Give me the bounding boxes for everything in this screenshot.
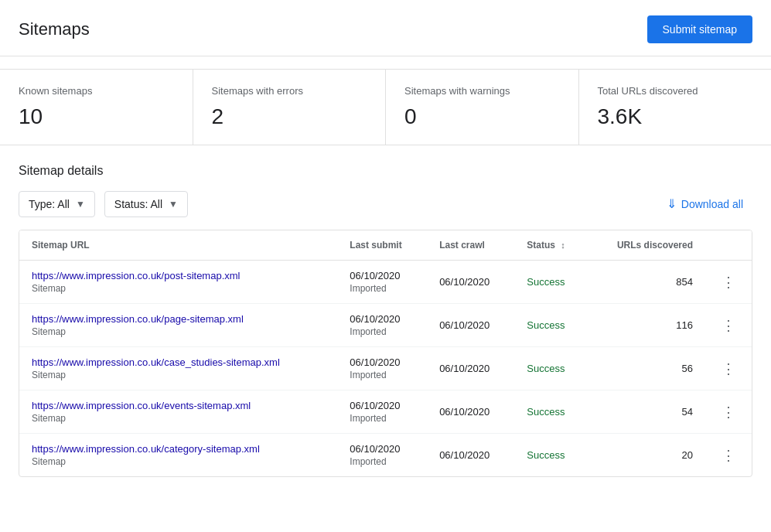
filters-row: Type: All ▼ Status: All ▼ ⇓ Download all: [0, 190, 771, 230]
table-row: https://www.impression.co.uk/case_studie…: [19, 347, 752, 390]
type-filter-label: Type: All: [29, 198, 70, 210]
urls-discovered-cell: 54: [588, 390, 705, 434]
status-filter-label: Status: All: [114, 198, 162, 210]
more-options-cell[interactable]: ⋮: [705, 304, 752, 347]
col-last-crawl: Last crawl: [427, 230, 514, 261]
last-submit-cell: 06/10/2020 Imported: [337, 347, 427, 390]
table-header: Sitemap URL Last submit Last crawl Statu…: [19, 230, 752, 261]
sitemap-url-cell: https://www.impression.co.uk/post-sitema…: [19, 261, 337, 304]
stat-value: 0: [404, 104, 560, 129]
sitemap-type: Sitemap: [32, 283, 325, 294]
col-status[interactable]: Status ↕: [514, 230, 588, 261]
col-urls-discovered: URLs discovered: [588, 230, 705, 261]
status-cell: Success: [514, 347, 588, 390]
download-all-button[interactable]: ⇓ Download all: [657, 190, 752, 217]
status-badge: Success: [527, 276, 565, 288]
submit-sitemap-button[interactable]: Submit sitemap: [647, 15, 752, 43]
status-cell: Success: [514, 261, 588, 304]
last-submit-note: Imported: [350, 283, 414, 294]
page-title: Sitemaps: [19, 19, 90, 39]
stat-label: Known sitemaps: [19, 85, 174, 97]
sitemap-url-cell: https://www.impression.co.uk/category-si…: [19, 434, 337, 477]
section-title: Sitemap details: [0, 145, 771, 190]
sitemap-url: https://www.impression.co.uk/case_studie…: [32, 356, 325, 368]
more-options-cell[interactable]: ⋮: [705, 347, 752, 390]
more-options-icon[interactable]: ⋮: [718, 271, 739, 293]
chevron-down-icon: ▼: [76, 199, 85, 210]
last-crawl-cell: 06/10/2020: [427, 390, 514, 434]
col-sitemap-url: Sitemap URL: [19, 230, 337, 261]
status-badge: Success: [527, 319, 565, 331]
last-submit-cell: 06/10/2020 Imported: [337, 434, 427, 477]
last-submit-note: Imported: [350, 456, 414, 467]
table-body: https://www.impression.co.uk/post-sitema…: [19, 261, 752, 477]
last-submit-note: Imported: [350, 413, 414, 424]
last-submit-date: 06/10/2020: [350, 270, 414, 281]
sitemap-url-cell: https://www.impression.co.uk/events-site…: [19, 390, 337, 434]
last-crawl-cell: 06/10/2020: [427, 304, 514, 347]
sitemap-url: https://www.impression.co.uk/page-sitema…: [32, 313, 325, 325]
col-actions: [705, 230, 752, 261]
sort-icon: ↕: [561, 240, 565, 250]
more-options-icon[interactable]: ⋮: [718, 401, 739, 423]
status-badge: Success: [527, 449, 565, 461]
chevron-down-icon: ▼: [169, 199, 178, 210]
stat-card-0: Known sitemaps 10: [0, 70, 193, 145]
download-all-label: Download all: [681, 198, 743, 210]
last-submit-date: 06/10/2020: [350, 400, 414, 411]
urls-discovered-cell: 56: [588, 347, 705, 390]
last-submit-note: Imported: [350, 370, 414, 380]
last-crawl-cell: 06/10/2020: [427, 347, 514, 390]
col-last-submit: Last submit: [337, 230, 427, 261]
table-row: https://www.impression.co.uk/events-site…: [19, 390, 752, 434]
last-submit-date: 06/10/2020: [350, 443, 414, 455]
sitemap-url-cell: https://www.impression.co.uk/page-sitema…: [19, 304, 337, 347]
last-submit-cell: 06/10/2020 Imported: [337, 390, 427, 434]
sitemap-url-cell: https://www.impression.co.uk/case_studie…: [19, 347, 337, 390]
last-submit-cell: 06/10/2020 Imported: [337, 261, 427, 304]
sitemap-url: https://www.impression.co.uk/category-si…: [32, 443, 325, 455]
status-badge: Success: [527, 406, 565, 418]
sitemap-type: Sitemap: [32, 370, 325, 380]
more-options-cell[interactable]: ⋮: [705, 390, 752, 434]
more-options-icon[interactable]: ⋮: [718, 445, 739, 466]
urls-discovered-cell: 20: [588, 434, 705, 477]
more-options-icon[interactable]: ⋮: [718, 358, 739, 380]
sitemap-type: Sitemap: [32, 326, 325, 337]
more-options-cell[interactable]: ⋮: [705, 261, 752, 304]
more-options-cell[interactable]: ⋮: [705, 434, 752, 477]
sitemap-url: https://www.impression.co.uk/post-sitema…: [32, 270, 325, 281]
urls-discovered-cell: 116: [588, 304, 705, 347]
sitemap-table: Sitemap URL Last submit Last crawl Statu…: [19, 230, 752, 477]
stat-label: Total URLs discovered: [598, 85, 753, 97]
sitemap-type: Sitemap: [32, 456, 325, 467]
download-icon: ⇓: [667, 196, 677, 211]
status-cell: Success: [514, 304, 588, 347]
last-crawl-cell: 06/10/2020: [427, 261, 514, 304]
status-cell: Success: [514, 390, 588, 434]
stat-value: 2: [212, 104, 367, 129]
stat-value: 10: [19, 104, 174, 129]
stat-card-3: Total URLs discovered 3.6K: [579, 70, 772, 145]
last-submit-note: Imported: [350, 326, 414, 337]
stat-label: Sitemaps with errors: [212, 85, 367, 97]
urls-discovered-cell: 854: [588, 261, 705, 304]
last-submit-date: 06/10/2020: [350, 313, 414, 325]
stats-row: Known sitemaps 10 Sitemaps with errors 2…: [0, 69, 771, 145]
stat-value: 3.6K: [598, 104, 753, 129]
last-submit-date: 06/10/2020: [350, 356, 414, 368]
stat-card-1: Sitemaps with errors 2: [193, 70, 387, 145]
stat-label: Sitemaps with warnings: [404, 85, 560, 97]
stat-card-2: Sitemaps with warnings 0: [386, 70, 579, 145]
table-row: https://www.impression.co.uk/post-sitema…: [19, 261, 752, 304]
last-crawl-cell: 06/10/2020: [427, 434, 514, 477]
type-filter[interactable]: Type: All ▼: [19, 191, 95, 217]
page-header: Sitemaps Submit sitemap: [0, 0, 771, 56]
table-row: https://www.impression.co.uk/category-si…: [19, 434, 752, 477]
sitemap-url: https://www.impression.co.uk/events-site…: [32, 400, 325, 411]
status-filter[interactable]: Status: All ▼: [104, 191, 188, 217]
last-submit-cell: 06/10/2020 Imported: [337, 304, 427, 347]
table-row: https://www.impression.co.uk/page-sitema…: [19, 304, 752, 347]
sitemap-type: Sitemap: [32, 413, 325, 424]
more-options-icon[interactable]: ⋮: [718, 315, 739, 336]
